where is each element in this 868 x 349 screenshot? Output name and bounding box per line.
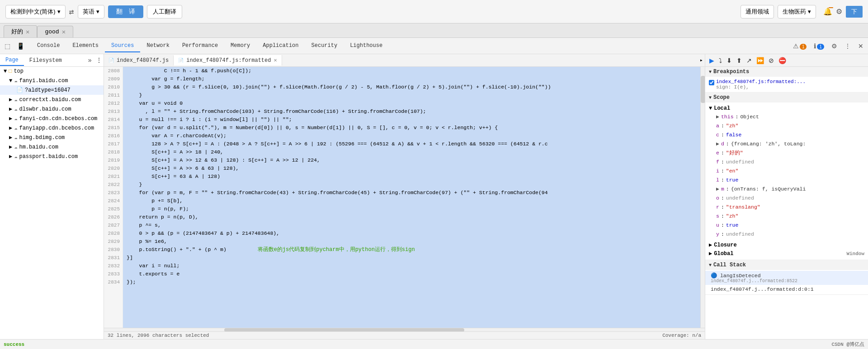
expand-icon4: ▶ — [9, 106, 12, 112]
callstack-section: ▼ Call Stack 🔵 langIsDeteced index_f4807… — [705, 260, 868, 295]
expand-d[interactable]: ▶ — [716, 140, 719, 148]
tab-security[interactable]: Security — [305, 40, 344, 52]
domain-button[interactable]: 通用领域 — [741, 5, 774, 19]
tree-item-aldtype[interactable]: 📄 ?aldtype=16047 — [0, 85, 104, 95]
file-panel-menu-button[interactable]: ⋮ — [94, 56, 104, 65]
step-into-button[interactable]: ⬇ — [724, 56, 734, 65]
browser-tab-1[interactable]: good ✕ — [37, 26, 73, 37]
resume-button[interactable]: ▶ — [707, 56, 717, 65]
step-out-button[interactable]: ⬆ — [734, 56, 744, 65]
callstack-header[interactable]: ▼ Call Stack — [705, 260, 868, 270]
breakpoint-detail: index_f48074f.js:formatted:... sign: I(e… — [716, 79, 806, 90]
detect-language-button[interactable]: 检测到中文(简体) ▾ — [5, 5, 66, 19]
more-options-button[interactable]: ⋮ — [842, 41, 854, 51]
closure-header[interactable]: ▶ Closure — [709, 241, 864, 249]
settings-icon[interactable]: ⚙ — [836, 7, 842, 16]
inspect-element-button[interactable]: ⬚ — [2, 41, 13, 51]
scope-header[interactable]: ▼ Scope — [705, 93, 868, 102]
code-line-2821: S[c++] = 63 & A | 128) — [127, 172, 700, 181]
breakpoints-header[interactable]: ▼ Breakpoints — [705, 67, 868, 77]
scope-c: c: false — [709, 130, 864, 140]
target-lang-label: 英语 — [83, 8, 94, 16]
tree-item-himg[interactable]: ▶ ☁ himg.bdimg.com — [0, 133, 104, 142]
tree-item-correctxt[interactable]: ▶ ☁ correctxt.baidu.com — [0, 95, 104, 104]
download-button[interactable]: 下 — [846, 6, 863, 18]
selection-info: 32 lines, 2096 characters selected — [108, 333, 209, 338]
tree-item-fanyicdn[interactable]: ▶ ☁ fanyi-cdn.cdn.bcebos.com — [0, 114, 104, 123]
target-language-button[interactable]: 英语 ▾ — [78, 5, 104, 19]
editor-tab-close[interactable]: ✕ — [274, 57, 277, 64]
folder-icon: □ — [9, 68, 12, 74]
scrollbar-thumb[interactable] — [701, 76, 705, 103]
editor-tab-0[interactable]: 📄 index_f48074f.js — [104, 56, 174, 65]
tab-lighthouse[interactable]: Lighthouse — [344, 40, 389, 52]
code-area[interactable]: C !== h - 1 && f.push(o[C]); var g = f.l… — [123, 67, 700, 328]
tree-item-dlswbr[interactable]: ▶ ☁ dlswbr.baidu.com — [0, 104, 104, 114]
tab-application[interactable]: Application — [256, 40, 305, 52]
tree-item-fanyiapp[interactable]: ▶ ☁ fanyiapp.cdn.bcebos.com — [0, 123, 104, 133]
step-button[interactable]: ↗ — [744, 56, 754, 65]
bio-domain-button[interactable]: 生物医药 ▾ — [778, 5, 816, 19]
callstack-item-1[interactable]: index_f48074f.j...formatted:d:0:1 — [705, 285, 868, 293]
manual-translate-button[interactable]: 人工翻译 — [147, 5, 182, 19]
bio-label: 生物医药 — [783, 8, 806, 16]
code-line-2818: S[c++] = A >> 18 | 240, — [127, 148, 700, 156]
step-over-button[interactable]: ⤵ — [717, 56, 724, 65]
deactivate-button[interactable]: ⏩ — [754, 56, 766, 65]
editor-tab-nav[interactable]: ▸ — [698, 57, 705, 64]
expand-icon: ▼ — [4, 68, 7, 74]
warning-badge-button[interactable]: ⚠1 — [790, 41, 810, 51]
close-icon2[interactable]: ✕ — [62, 28, 66, 36]
feedback-icon[interactable]: 🔔 — [823, 7, 832, 16]
code-line-2822: } — [127, 181, 700, 189]
tree-item-passport[interactable]: ▶ ☁ passport.baidu.com — [0, 152, 104, 161]
vertical-scrollbar[interactable] — [700, 67, 705, 328]
global-header[interactable]: ▶ Global Window — [709, 249, 864, 258]
tree-label-correctxt: correctxt.baidu.com — [19, 97, 81, 103]
expand-m[interactable]: ▶ — [716, 185, 719, 193]
file-tab-page[interactable]: Page — [0, 55, 24, 66]
devtools: ⬚ 📱 Console Elements Sources Network Per… — [0, 38, 868, 349]
pause-exceptions-button[interactable]: ⊘ — [766, 56, 776, 65]
tab-elements[interactable]: Elements — [66, 40, 105, 52]
translate-button[interactable]: 翻 译 — [108, 5, 143, 18]
translation-icons: 🔔 ⚙ — [823, 7, 842, 16]
editor-tab-1[interactable]: 📄 index_f48074f.js:formatted ✕ — [174, 55, 282, 65]
tree-label-himg: himg.bdimg.com — [19, 135, 65, 141]
code-line-2831: }] — [127, 254, 700, 262]
expand-icon5: ▶ — [9, 115, 12, 122]
scope-e: e: "好的" — [709, 149, 864, 158]
file-tab-icon: 📄 — [108, 58, 114, 63]
device-toolbar-button[interactable]: 📱 — [14, 41, 27, 51]
devtools-tabs: Console Elements Sources Network Perform… — [31, 40, 389, 52]
tree-item-top[interactable]: ▼ □ top — [0, 67, 104, 76]
tab-performance[interactable]: Performance — [176, 40, 224, 52]
tab-console[interactable]: Console — [31, 40, 66, 52]
tab-sources[interactable]: Sources — [105, 40, 140, 52]
coverage-info: Coverage: n/a — [662, 333, 701, 338]
cloud-icon5: ☁ — [14, 125, 17, 131]
breakpoints-active-button[interactable]: ⛔ — [776, 56, 788, 65]
tab-network[interactable]: Network — [140, 40, 175, 52]
expand-this[interactable]: ▶ — [716, 113, 719, 121]
info-badge-button[interactable]: ℹ1 — [811, 41, 827, 51]
code-line-2810: g > 30 && (r = f.slice(0, 10).join("") +… — [127, 83, 700, 91]
tab-memory[interactable]: Memory — [224, 40, 256, 52]
breakpoint-item: index_f48074f.js:formatted:... sign: I(e… — [705, 78, 868, 91]
settings-gear-button[interactable]: ⚙ — [829, 41, 840, 51]
close-devtools-button[interactable]: ✕ — [855, 41, 866, 51]
browser-tab-label-0: 好的 — [11, 28, 23, 36]
browser-tab-0[interactable]: 好的 ✕ — [4, 25, 37, 37]
breakpoints-title: Breakpoints — [713, 69, 749, 75]
code-line-2824: p += S[b], — [127, 197, 700, 205]
local-header[interactable]: ▼ Local — [709, 104, 864, 112]
file-panel-more-button[interactable]: » — [85, 56, 94, 65]
breakpoints-content: index_f48074f.js:formatted:... sign: I(e… — [705, 77, 868, 92]
tree-item-fanyi[interactable]: ▼ ☁ fanyi.baidu.com — [0, 76, 104, 85]
file-tab-filesystem[interactable]: Filesystem — [24, 56, 67, 65]
horizontal-scrollbar[interactable] — [104, 328, 705, 331]
close-icon[interactable]: ✕ — [26, 28, 29, 36]
tree-item-hm[interactable]: ▶ ☁ hm.baidu.com — [0, 142, 104, 152]
callstack-item-0[interactable]: 🔵 langIsDeteced index_f48074f.j...format… — [705, 271, 868, 285]
breakpoint-checkbox[interactable] — [709, 80, 714, 85]
